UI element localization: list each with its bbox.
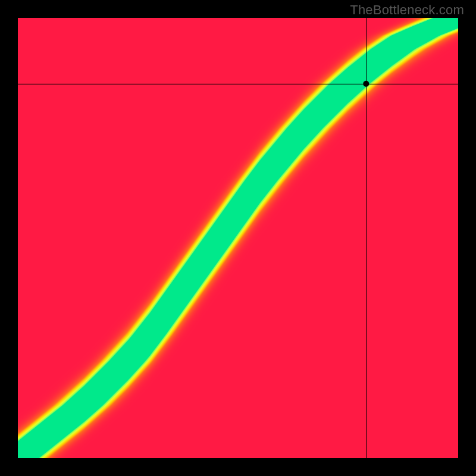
crosshair-overlay — [18, 18, 458, 458]
chart-container: TheBottleneck.com — [0, 0, 476, 476]
watermark-text: TheBottleneck.com — [350, 2, 464, 18]
